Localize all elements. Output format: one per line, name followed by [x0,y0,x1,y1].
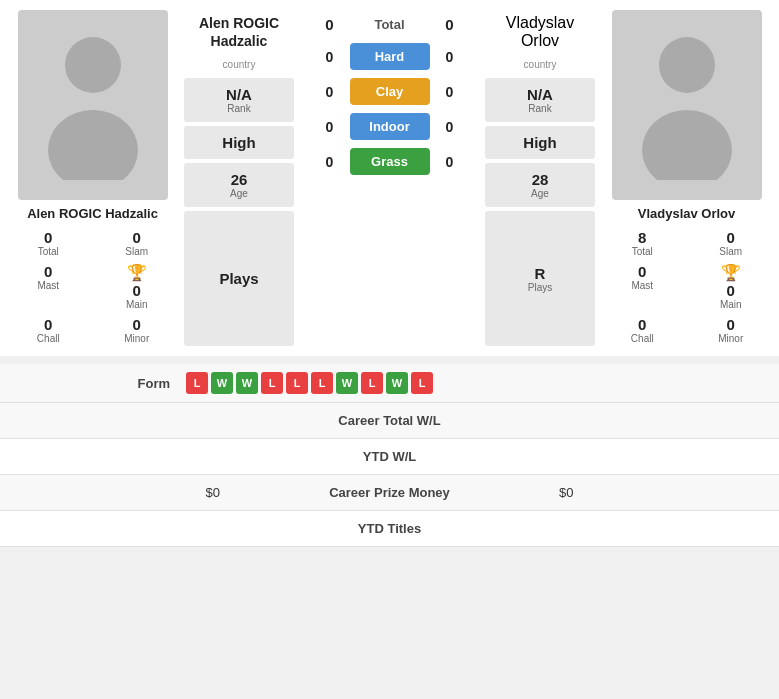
ytd-titles-label: YTD Titles [220,521,559,536]
career-wl-label: Career Total W/L [220,413,559,428]
career-wl-row: Career Total W/L [0,403,779,439]
player2-plays-value: R [535,265,546,282]
indoor-button[interactable]: Indoor [350,113,430,140]
player1-trophy-icon: 🏆 [127,263,147,282]
player2-rank-value: N/A [489,86,591,103]
form-badge-7: L [361,372,383,394]
prize-left: $0 [20,485,220,500]
player2-total-cell: 8 Total [599,227,686,259]
player1-name-block: Alen ROGIC Hadzalic country [184,10,294,76]
player2-minor-value: 0 [727,316,735,333]
player2-age-sublabel: Age [489,188,591,199]
grass-button[interactable]: Grass [350,148,430,175]
player1-minor-cell: 0 Minor [94,314,181,346]
player1-minor-value: 0 [133,316,141,333]
player2-trophy-icon: 🏆 [721,263,741,282]
indoor-row: 0 Indoor 0 [302,113,477,140]
player1-fullname-line2: Hadzalic [184,32,294,50]
total-center-label: Total [350,17,430,32]
player2-slam-label: Slam [719,246,742,257]
form-badge-1: W [211,372,233,394]
player2-fullname-line1: Vladyslav [485,14,595,32]
total-left-val: 0 [310,16,350,33]
player2-total-label: Total [632,246,653,257]
player1-age-block: 26 Age [184,163,294,207]
player2-name-block: Vladyslav Orlov country [485,10,595,76]
player1-main-cell: 🏆 0 Main [94,261,181,312]
form-badge-8: W [386,372,408,394]
grass-right-score: 0 [430,154,470,170]
middle-left-section: Alen ROGIC Hadzalic country N/A Rank Hig… [184,10,294,346]
player2-stats: 8 Total 0 Slam 0 Mast 🏆 0 Main 0 [599,227,774,346]
total-right-val: 0 [430,16,470,33]
player1-mast-cell: 0 Mast [5,261,92,312]
clay-right-score: 0 [430,84,470,100]
player1-rank-value: N/A [188,86,290,103]
players-section: Alen ROGIC Hadzalic 0 Total 0 Slam 0 Mas… [0,0,779,356]
player1-minor-label: Minor [124,333,149,344]
hard-right-score: 0 [430,49,470,65]
right-stat-section: Vladyslav Orlov country N/A Rank High 28… [485,10,595,346]
player1-country: country [223,59,256,70]
hard-row: 0 Hard 0 [302,43,477,70]
player2-minor-cell: 0 Minor [688,314,775,346]
form-badge-5: L [311,372,333,394]
total-row: 0 Total 0 [302,10,477,43]
player2-avatar [612,10,762,200]
hard-button[interactable]: Hard [350,43,430,70]
player2-rank-sublabel: Rank [489,103,591,114]
ytd-wl-row: YTD W/L [0,439,779,475]
player2-card: Vladyslav Orlov 8 Total 0 Slam 0 Mast 🏆 … [599,10,774,346]
clay-button[interactable]: Clay [350,78,430,105]
player1-surface-block: High [184,126,294,159]
form-row: Form LWWLLLWLWL [0,364,779,403]
player2-country: country [524,59,557,70]
svg-point-3 [642,110,732,180]
prize-row: $0 Career Prize Money $0 [0,475,779,511]
form-badge-3: L [261,372,283,394]
form-badge-0: L [186,372,208,394]
player1-total-value: 0 [44,229,52,246]
player2-chall-label: Chall [631,333,654,344]
player1-stats: 0 Total 0 Slam 0 Mast 🏆 0 Main 0 [5,227,180,346]
player1-main-value: 0 [133,282,141,299]
player1-name: Alen ROGIC Hadzalic [27,206,158,221]
indoor-left-score: 0 [310,119,350,135]
player1-avatar [18,10,168,200]
player2-surface-block: High [485,126,595,159]
player2-surface-value: High [489,134,591,151]
player1-mast-label: Mast [37,280,59,291]
player1-age-value: 26 [188,171,290,188]
player1-surface-value: High [188,134,290,151]
form-badges: LWWLLLWLWL [186,372,433,394]
ytd-wl-label: YTD W/L [220,449,559,464]
player2-rank-block: N/A Rank [485,78,595,122]
surface-section: 0 Total 0 0 Hard 0 0 Clay 0 0 Indoor 0 0 [298,10,481,346]
player2-main-label: Main [720,299,742,310]
player1-total-label: Total [38,246,59,257]
player1-chall-cell: 0 Chall [5,314,92,346]
player1-slam-label: Slam [125,246,148,257]
player2-fullname-line2: Orlov [485,32,595,50]
indoor-right-score: 0 [430,119,470,135]
form-badge-4: L [286,372,308,394]
player1-slam-value: 0 [133,229,141,246]
player2-age-value: 28 [489,171,591,188]
player2-mast-value: 0 [638,263,646,280]
clay-row: 0 Clay 0 [302,78,477,105]
player2-chall-value: 0 [638,316,646,333]
player2-slam-value: 0 [727,229,735,246]
player2-mast-cell: 0 Mast [599,261,686,312]
ytd-titles-row: YTD Titles [0,511,779,547]
hard-left-score: 0 [310,49,350,65]
prize-label: Career Prize Money [220,485,559,500]
player2-chall-cell: 0 Chall [599,314,686,346]
bottom-section: Form LWWLLLWLWL Career Total W/L YTD W/L… [0,364,779,547]
player1-slam-cell: 0 Slam [94,227,181,259]
form-badge-2: W [236,372,258,394]
form-badge-9: L [411,372,433,394]
grass-left-score: 0 [310,154,350,170]
svg-point-2 [659,37,715,93]
player2-mast-label: Mast [631,280,653,291]
form-badge-6: W [336,372,358,394]
